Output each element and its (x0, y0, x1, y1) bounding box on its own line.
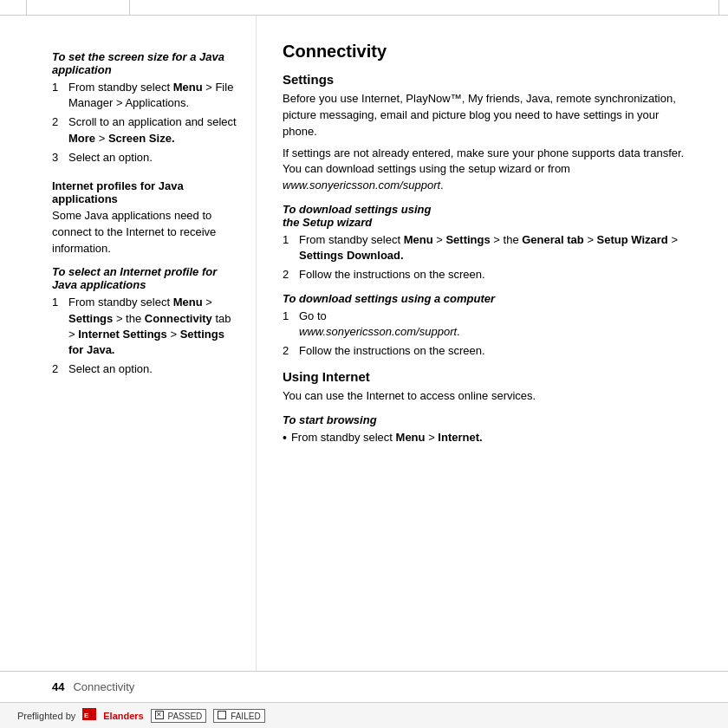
step-item: 2 Follow the instructions on the screen. (283, 343, 693, 359)
download-computer-steps: 1 Go towww.sonyericsson.com/support. 2 F… (283, 309, 693, 360)
step-item: 1 From standby select Menu > Settings > … (283, 232, 693, 263)
footer: 44 Connectivity (0, 671, 728, 702)
top-border-left (26, 0, 130, 16)
steps-list-1: 1 From standby select Menu > File Manage… (52, 80, 238, 166)
download-heading: To download settings usingthe Setup wiza… (283, 203, 693, 229)
left-intro-heading: To set the screen size for a Java applic… (52, 50, 238, 76)
step-number: 2 (52, 114, 64, 146)
bullet-text: From standby select Menu > Internet. (291, 430, 483, 447)
step-item: 2 Follow the instructions on the screen. (283, 267, 693, 283)
step-text: Follow the instructions on the screen. (299, 267, 693, 283)
page-number: 44 (52, 680, 64, 693)
internet-profiles-heading: Internet profiles for Java applications (52, 179, 238, 205)
select-heading: To select an Internet profile for Java a… (52, 265, 238, 291)
step-text: Select an option. (68, 150, 238, 166)
using-internet-body: You can use the Internet to access onlin… (283, 388, 693, 405)
preflight-logo-text: Elanders (103, 711, 143, 721)
right-column: Connectivity Settings Before you use Int… (256, 16, 728, 671)
download-computer-heading: To download settings using a computer (283, 292, 693, 305)
step-text: From standby select Menu > Settings > th… (299, 232, 693, 263)
step-item: 2 Scroll to an application and select Mo… (52, 114, 238, 146)
svg-text:E: E (84, 712, 89, 719)
failed-checkbox-icon (218, 711, 226, 719)
top-border (0, 0, 728, 16)
step-number: 2 (52, 361, 64, 377)
start-browsing-list: From standby select Menu > Internet. (283, 430, 693, 447)
step-text: From standby select Menu > File Manager … (68, 80, 238, 111)
settings-body-2: If settings are not already entered, mak… (283, 146, 693, 195)
step-item: 1 From standby select Menu > Settings > … (52, 295, 238, 358)
settings-body-1: Before you use Internet, PlayNow™, My fr… (283, 91, 693, 140)
main-title: Connectivity (283, 42, 693, 62)
settings-subtitle: Settings (283, 72, 693, 87)
top-border-right (712, 0, 719, 16)
preflight-logo-icon: E (82, 708, 96, 723)
internet-profiles-section: Internet profiles for Java applications … (52, 179, 238, 257)
start-browsing-heading: To start browsing (283, 413, 693, 426)
passed-checkbox-icon (155, 711, 164, 719)
using-internet-title: Using Internet (283, 369, 693, 384)
steps-list-2: 1 From standby select Menu > Settings > … (52, 295, 238, 377)
step-item: 1 Go towww.sonyericsson.com/support. (283, 309, 693, 340)
step-item: 2 Select an option. (52, 361, 238, 377)
step-item: 3 Select an option. (52, 150, 238, 166)
step-text: Select an option. (68, 361, 238, 377)
content-area: To set the screen size for a Java applic… (0, 16, 728, 671)
failed-label: FAILED (231, 712, 260, 721)
download-steps: 1 From standby select Menu > Settings > … (283, 232, 693, 283)
step-number: 2 (283, 267, 295, 283)
step-item: 1 From standby select Menu > File Manage… (52, 80, 238, 111)
step-number: 1 (283, 232, 295, 263)
step-number: 1 (52, 295, 64, 358)
internet-profiles-body: Some Java applications need to connect t… (52, 208, 238, 257)
footer-label: Connectivity (73, 680, 134, 693)
step-text: From standby select Menu > Settings > th… (68, 295, 238, 358)
preflight-failed-badge: FAILED (213, 709, 264, 723)
preflight-text: Preflighted by (17, 711, 75, 721)
step-number: 2 (283, 343, 295, 359)
bullet-item: From standby select Menu > Internet. (283, 430, 693, 447)
page-container: To set the screen size for a Java applic… (0, 0, 728, 728)
preflight-bar: Preflighted by E Elanders PASSED FAILED (0, 702, 728, 728)
step-text: Follow the instructions on the screen. (299, 343, 693, 359)
left-column: To set the screen size for a Java applic… (0, 16, 256, 671)
step-number: 1 (52, 80, 64, 111)
preflight-passed-badge: PASSED (151, 709, 207, 723)
step-number: 1 (283, 309, 295, 340)
step-number: 3 (52, 150, 64, 166)
step-text: Scroll to an application and select More… (68, 114, 238, 146)
step-text: Go towww.sonyericsson.com/support. (299, 309, 693, 340)
passed-label: PASSED (168, 712, 203, 721)
